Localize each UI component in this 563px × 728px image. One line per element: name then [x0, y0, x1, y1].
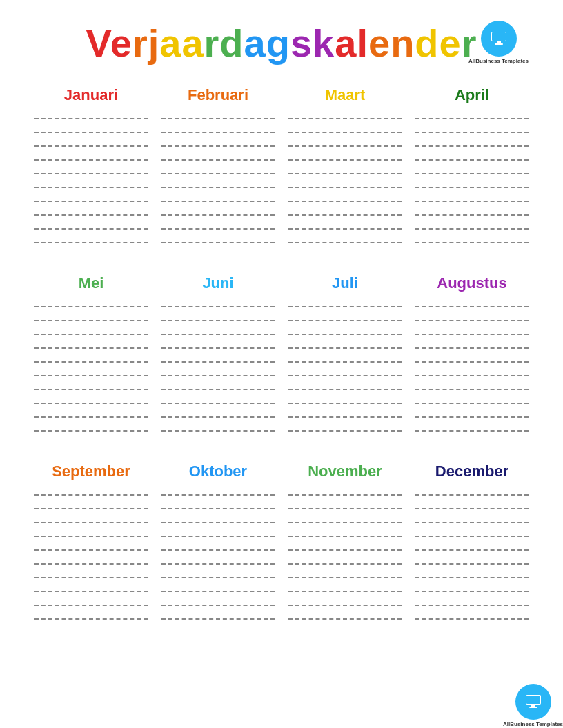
line: [161, 123, 275, 133]
line: [288, 422, 402, 432]
line: [415, 165, 529, 174]
lines-juli: [288, 298, 402, 432]
month-title-juli: Juli: [288, 274, 402, 292]
line: [288, 123, 402, 133]
line: [288, 381, 402, 390]
line: [288, 596, 402, 606]
month-title-juni: Juni: [161, 274, 275, 292]
line: [161, 596, 275, 606]
line: [415, 234, 529, 243]
line: [415, 312, 529, 321]
line: [34, 569, 148, 578]
lines-januari: [34, 110, 148, 243]
line: [34, 367, 148, 376]
lines-juni: [161, 298, 275, 432]
calendar-row-3: September Oktober: [34, 463, 529, 634]
month-mei: Mei: [34, 274, 148, 432]
line: [34, 298, 148, 307]
line: [161, 367, 275, 376]
line: [415, 394, 529, 404]
line: [161, 610, 275, 620]
line: [34, 527, 148, 537]
line: [415, 422, 529, 432]
line: [34, 583, 148, 592]
line: [288, 353, 402, 363]
line: [161, 555, 275, 565]
line: [34, 486, 148, 496]
line: [161, 192, 275, 202]
line: [288, 394, 402, 404]
line: [288, 610, 402, 620]
line: [34, 110, 148, 119]
line: [34, 353, 148, 363]
line: [288, 408, 402, 418]
line: [161, 312, 275, 321]
logo-icon-top: [481, 21, 517, 57]
lines-maart: [288, 110, 402, 243]
line: [161, 206, 275, 216]
line: [161, 234, 275, 243]
logo-bottom: AllBusiness Templates: [503, 684, 563, 728]
svg-rect-1: [497, 41, 501, 43]
lines-mei: [34, 298, 148, 432]
line: [288, 206, 402, 216]
line: [415, 367, 529, 376]
line: [34, 555, 148, 565]
line: [161, 527, 275, 537]
line: [288, 325, 402, 335]
logo-top: AllBusiness Templates: [468, 21, 529, 65]
line: [415, 527, 529, 537]
month-maart: Maart: [288, 86, 402, 243]
month-title-januari: Januari: [34, 86, 148, 104]
line: [34, 596, 148, 606]
page: Verjaardagskalender AllBusiness Template…: [0, 0, 563, 728]
line: [288, 514, 402, 523]
line: [34, 312, 148, 321]
line: [415, 610, 529, 620]
line: [288, 179, 402, 188]
svg-rect-2: [495, 43, 503, 45]
line: [415, 381, 529, 390]
line: [34, 234, 148, 243]
line: [161, 165, 275, 174]
line: [415, 298, 529, 307]
line: [415, 151, 529, 161]
line: [34, 192, 148, 202]
month-title-mei: Mei: [34, 274, 148, 292]
logo-text-top: AllBusiness Templates: [468, 58, 529, 65]
month-title-maart: Maart: [288, 86, 402, 104]
line: [34, 220, 148, 230]
month-title-november: November: [288, 463, 402, 481]
line: [161, 325, 275, 335]
line: [415, 192, 529, 202]
calendar-row-2: Mei Juni: [34, 274, 529, 445]
line: [34, 123, 148, 133]
line: [288, 220, 402, 230]
line: [161, 298, 275, 307]
month-title-februari: Februari: [161, 86, 275, 104]
logo-text-bottom: AllBusiness Templates: [503, 721, 563, 728]
line: [161, 179, 275, 188]
line: [34, 339, 148, 349]
lines-augustus: [415, 298, 529, 432]
line: [415, 555, 529, 565]
line: [288, 234, 402, 243]
line: [288, 555, 402, 565]
month-title-april: April: [415, 86, 529, 104]
line: [288, 165, 402, 174]
svg-rect-5: [531, 705, 535, 707]
lines-november: [288, 486, 402, 620]
line: [415, 325, 529, 335]
line: [34, 179, 148, 188]
line: [161, 583, 275, 592]
line: [161, 353, 275, 363]
line: [288, 367, 402, 376]
month-title-augustus: Augustus: [415, 274, 529, 292]
line: [415, 179, 529, 188]
line: [288, 500, 402, 509]
line: [161, 151, 275, 161]
line: [288, 151, 402, 161]
line: [161, 137, 275, 147]
line: [161, 394, 275, 404]
svg-rect-7: [526, 696, 540, 704]
